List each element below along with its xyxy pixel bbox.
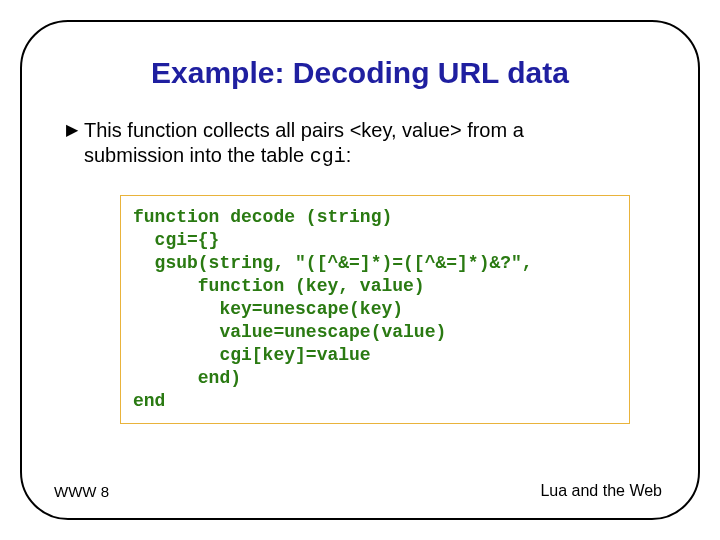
play-bullet-icon: ▶ (66, 122, 78, 138)
footer-right: Lua and the Web (540, 482, 662, 500)
slide-frame: Example: Decoding URL data ▶ This functi… (20, 20, 700, 520)
body-line-2b: : (346, 144, 352, 166)
code-block: function decode (string) cgi={} gsub(str… (120, 195, 630, 424)
slide-title: Example: Decoding URL data (60, 56, 660, 90)
body-paragraph: ▶ This function collects all pairs <key,… (84, 118, 650, 169)
body-line-2a: submission into the table (84, 144, 310, 166)
footer-left: WWW 8 (54, 483, 109, 500)
body-line-1: This function collects all pairs <key, v… (84, 119, 524, 141)
body-inline-code: cgi (310, 145, 346, 168)
